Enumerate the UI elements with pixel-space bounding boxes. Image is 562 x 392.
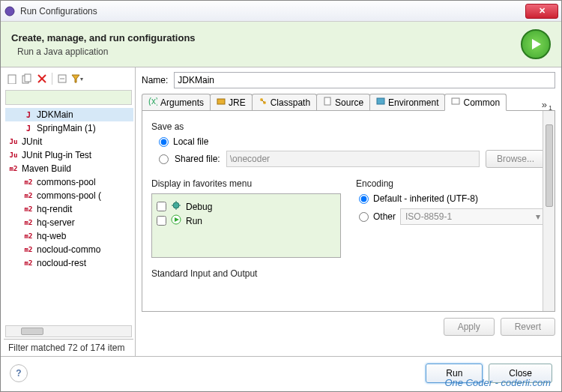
- local-file-label: Local file: [173, 136, 208, 147]
- collapse-all-button[interactable]: [55, 72, 69, 85]
- tree-item-label: JUnit: [22, 136, 42, 147]
- duplicate-config-button[interactable]: [20, 72, 34, 85]
- tree-item[interactable]: m2hq-server: [5, 216, 133, 229]
- tab-common[interactable]: Common: [444, 94, 507, 111]
- tree-item-label: hq-web: [37, 231, 66, 241]
- source-tab-icon: [323, 97, 332, 108]
- tree-item[interactable]: m2nocloud-rest: [5, 256, 133, 270]
- tree-item[interactable]: m2hq-web: [5, 229, 133, 243]
- enc-default-label: Default - inherited (UTF-8): [373, 193, 478, 204]
- name-label: Name:: [142, 75, 168, 85]
- icon-m2-icon: m2: [23, 217, 34, 228]
- classpath-tab-icon: [259, 97, 268, 108]
- tab-arguments[interactable]: (x)=Arguments: [142, 94, 211, 110]
- shared-file-input: [226, 151, 480, 167]
- chevron-down-icon: ▾: [536, 211, 540, 222]
- tab-common-content: Save as Local file Shared file: Browse..…: [142, 111, 555, 312]
- svg-marker-9: [72, 75, 79, 82]
- icon-m2-icon: m2: [8, 163, 19, 174]
- arguments-tab-icon: (x)=: [148, 97, 157, 108]
- shared-file-label: Shared file:: [175, 154, 220, 164]
- tree-item-label: JUnit Plug-in Test: [22, 150, 91, 160]
- banner: Create, manage, and run configurations R…: [1, 22, 561, 67]
- tree-item[interactable]: m2hq-rendit: [5, 202, 133, 216]
- run-banner-icon: [521, 29, 551, 59]
- enc-other-label: Other: [373, 211, 396, 222]
- fav-debug-label: Debug: [186, 202, 212, 212]
- svg-point-0: [5, 7, 14, 16]
- tree-item-label: nocloud-rest: [37, 258, 86, 268]
- tree-item-label: commons-pool (: [37, 190, 101, 201]
- svg-rect-11: [217, 99, 225, 104]
- delete-config-button[interactable]: [35, 72, 49, 85]
- enc-default-radio[interactable]: [359, 194, 369, 204]
- favorites-label: Display in favorites menu: [151, 178, 341, 189]
- icon-m2-icon: m2: [23, 258, 34, 268]
- svg-text:(x)=: (x)=: [148, 97, 157, 106]
- tree-item[interactable]: m2nocloud-commo: [5, 243, 133, 256]
- tree-item-label: JDKMain: [37, 109, 73, 120]
- tree-item-label: nocloud-commo: [37, 244, 100, 255]
- tab-jre[interactable]: JRE: [210, 94, 253, 110]
- tab-source[interactable]: Source: [316, 94, 370, 110]
- content-v-scrollbar[interactable]: [543, 111, 555, 311]
- tree-item[interactable]: JuJUnit Plug-in Test: [5, 148, 133, 162]
- name-input[interactable]: [174, 72, 555, 88]
- tree-item[interactable]: JSpringMain (1): [5, 121, 133, 135]
- close-window-button[interactable]: ✕: [525, 4, 558, 19]
- new-config-button[interactable]: [5, 72, 19, 85]
- enc-other-value: ISO-8859-1: [405, 211, 452, 222]
- icon-ju-icon: Ju: [8, 136, 19, 147]
- encoding-label: Encoding: [356, 178, 546, 189]
- tree-item[interactable]: JuJUnit: [5, 135, 133, 148]
- icon-m2-icon: m2: [23, 177, 34, 187]
- svg-rect-4: [25, 74, 31, 82]
- filter-input[interactable]: [5, 90, 132, 105]
- icon-m2-icon: m2: [23, 190, 34, 201]
- svg-rect-2: [8, 75, 16, 84]
- svg-rect-17: [452, 98, 459, 104]
- left-toolbar: ▾: [4, 70, 133, 88]
- right-pane: Name: (x)=ArgumentsJREClasspathSourceEnv…: [136, 67, 561, 356]
- tree-item-label: hq-server: [37, 217, 75, 228]
- banner-subtitle: Run a Java application: [17, 46, 521, 57]
- tree-item-label: SpringMain (1): [37, 123, 96, 133]
- tab-environment[interactable]: Environment: [369, 94, 445, 110]
- tree-item[interactable]: m2Maven Build: [5, 162, 133, 175]
- apply-button[interactable]: Apply: [444, 318, 495, 336]
- svg-line-14: [262, 100, 265, 103]
- fav-debug-check[interactable]: [157, 202, 166, 211]
- filter-button[interactable]: ▾: [70, 72, 84, 85]
- tree-item[interactable]: m2commons-pool: [5, 175, 133, 189]
- config-tree[interactable]: JJDKMainJSpringMain (1)JuJUnitJuJUnit Pl…: [4, 108, 133, 324]
- tab-label: Environment: [388, 97, 438, 108]
- run-icon: [171, 214, 181, 227]
- tab-classpath[interactable]: Classpath: [252, 94, 317, 110]
- stdio-label: Standard Input and Output: [151, 268, 546, 279]
- tab-label: JRE: [229, 97, 246, 108]
- save-as-label: Save as: [151, 121, 546, 132]
- tree-item[interactable]: m2commons-pool (: [5, 189, 133, 202]
- revert-button[interactable]: Revert: [501, 318, 555, 336]
- tab-label: Source: [335, 97, 363, 108]
- app-icon: [4, 5, 16, 17]
- enc-other-radio[interactable]: [359, 212, 369, 222]
- jre-tab-icon: [217, 97, 226, 108]
- icon-j-icon: J: [23, 123, 34, 133]
- favorites-box: Debug Run: [151, 193, 341, 258]
- left-pane: ▾ JJDKMainJSpringMain (1)JuJUnitJuJUnit …: [1, 67, 136, 356]
- tree-item[interactable]: JJDKMain: [5, 108, 133, 121]
- icon-j-icon: J: [23, 109, 34, 120]
- icon-m2-icon: m2: [23, 231, 34, 241]
- tree-h-scrollbar[interactable]: [5, 325, 132, 337]
- icon-m2-icon: m2: [23, 204, 34, 214]
- tab-label: Common: [463, 97, 500, 108]
- environment-tab-icon: [376, 97, 385, 108]
- fav-run-check[interactable]: [157, 216, 166, 226]
- local-file-radio[interactable]: [159, 137, 169, 147]
- svg-rect-15: [324, 97, 330, 105]
- shared-file-radio[interactable]: [159, 154, 169, 164]
- tab-scroll-right-icon[interactable]: »: [542, 99, 547, 110]
- help-button[interactable]: ?: [10, 364, 28, 382]
- icon-m2-icon: m2: [23, 244, 34, 255]
